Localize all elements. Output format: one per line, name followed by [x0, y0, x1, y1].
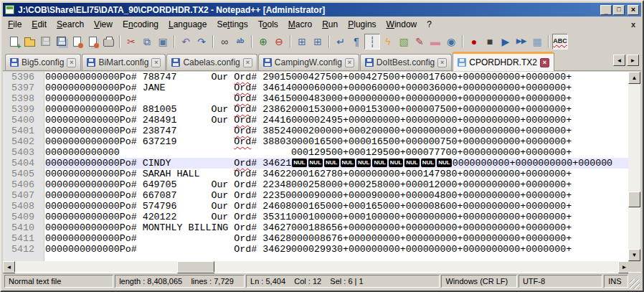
tab-campingwconfig[interactable]: CampingW.config× — [258, 54, 359, 70]
zoom-in-icon[interactable]: ⊕ — [255, 34, 271, 50]
monitoring-eye-glyph: ◉ — [447, 37, 455, 47]
close-file-icon[interactable] — [69, 34, 85, 50]
menu-item-tools[interactable]: Tools — [253, 18, 283, 31]
copy-icon[interactable]: ⧉ — [139, 34, 155, 50]
editor-line[interactable]: 0000000000000Po# Ord# 34628000008676+000… — [45, 233, 630, 244]
show-indent-guide-icon[interactable]: ┆ — [364, 34, 380, 50]
maximize-button[interactable]: □ — [613, 5, 625, 15]
tab-label: BiMart.config — [98, 57, 148, 67]
sync-vertical-scroll-glyph: ⊞ — [298, 37, 306, 47]
sync-vertical-scroll-icon[interactable]: ⊞ — [294, 34, 310, 50]
editor-line[interactable]: 0000000000000Po# 637219 Ord# 38803000016… — [45, 136, 630, 147]
function-list-icon[interactable]: ✎ — [412, 34, 427, 50]
tab-label: Big5.config — [22, 57, 64, 67]
print-icon[interactable] — [100, 34, 116, 50]
cut-icon[interactable]: ✂ — [123, 34, 139, 50]
undo-icon[interactable]: ↶ — [178, 34, 194, 50]
tab-doitbestconfig[interactable]: DoItBest.config× — [360, 54, 452, 70]
tab-close-icon[interactable]: × — [540, 58, 549, 67]
record-macro-icon[interactable]: ● — [466, 34, 482, 50]
editor-line[interactable]: 0000000000000Po# Ord# 34615000483000+000… — [45, 93, 630, 104]
run-macro-multiple-glyph: ▶▶ — [516, 38, 526, 44]
resize-grip-icon[interactable] — [630, 279, 640, 289]
open-file-icon[interactable] — [22, 34, 37, 50]
nul-character: NUL — [324, 159, 338, 167]
word-wrap-icon[interactable]: ↵ — [333, 34, 349, 50]
new-file-icon[interactable] — [6, 34, 22, 50]
menu-item-language[interactable]: Language — [164, 18, 212, 31]
redo-icon[interactable]: ↷ — [194, 34, 209, 50]
editor-line[interactable]: 0000000000000Po# 238747 Ord# 38524000200… — [45, 126, 630, 136]
menu-item-macro[interactable]: Macro — [283, 18, 317, 31]
minimize-button[interactable]: _ — [600, 5, 612, 15]
tab-cabelasconfig[interactable]: Cabelas.config× — [166, 54, 257, 70]
tab-close-icon[interactable]: × — [243, 58, 252, 67]
menu-item-view[interactable]: View — [89, 18, 118, 31]
menubar-close-icon[interactable]: x — [631, 20, 635, 29]
save-recorded-macro-glyph: ▦ — [532, 37, 541, 47]
editor-line[interactable]: 0000000000000Po# 649705 Our Ord# 2234800… — [45, 179, 630, 190]
editor-line[interactable]: 0000000000000 000129500+000129500+000077… — [45, 147, 630, 158]
document-map-icon[interactable]: ▧ — [396, 34, 412, 50]
monitoring-eye-icon[interactable]: ◉ — [443, 34, 459, 50]
user-defined-language-icon[interactable]: ϟ — [380, 34, 396, 50]
editor-line[interactable]: 0000000000000Po# 248491 Our Ord# 2441600… — [45, 115, 630, 126]
nul-character: NUL — [421, 159, 435, 167]
line-number: 5401 — [3, 126, 44, 136]
save-recorded-macro-icon[interactable]: ▦ — [529, 34, 545, 50]
replace-icon[interactable]: ab — [232, 34, 248, 50]
editor-line[interactable]: 0000000000000Po# Ord# 34629000029930+000… — [45, 244, 630, 255]
editor-line[interactable]: 0000000000000Po# SARAH HALL Ord# 3462200… — [45, 169, 630, 179]
run-macro-multiple-icon[interactable]: ▶▶ — [513, 34, 529, 50]
tab-close-icon[interactable]: × — [67, 58, 76, 67]
menu-item-file[interactable]: File — [3, 18, 27, 31]
spell-check-abc-icon[interactable]: ABC — [552, 34, 568, 50]
editor-line[interactable]: 0000000000000Po# CINDY Ord# 34621NULNULN… — [45, 158, 630, 169]
menu-item-window[interactable]: Window — [382, 18, 422, 31]
tab-big5config[interactable]: Big5.config× — [5, 54, 81, 70]
editor-line[interactable]: 0000000000000Po# 574796 Our Ord# 2460800… — [45, 201, 630, 212]
menu-item-encoding[interactable]: Encoding — [118, 18, 164, 31]
close-button[interactable]: × — [628, 5, 639, 15]
tab-close-icon[interactable]: × — [437, 58, 447, 67]
sync-horizontal-scroll-icon[interactable]: ⊞ — [310, 34, 326, 50]
tab-bimartconfig[interactable]: BiMart.config× — [82, 54, 166, 70]
menu-item-run[interactable]: Run — [317, 18, 343, 31]
find-icon[interactable]: ∞ — [217, 34, 232, 50]
menu-item-[interactable]: ? — [422, 18, 437, 31]
tab-cpordhdrtx2[interactable]: CPORDHDR.TX2× — [453, 52, 554, 71]
nul-character: NUL — [341, 159, 355, 167]
paste-icon[interactable]: ▣ — [155, 34, 171, 50]
menu-item-plugins[interactable]: Plugins — [343, 18, 381, 31]
tab-close-icon[interactable]: × — [345, 58, 354, 67]
folder-as-workspace-icon[interactable]: ▬ — [427, 34, 443, 50]
playback-macro-icon[interactable]: ▶ — [498, 34, 513, 50]
editor-line[interactable]: 0000000000000Po# 881005 Our Ord# 2386200… — [45, 104, 630, 115]
vertical-scroll-thumb[interactable] — [628, 192, 640, 207]
stop-recording-icon[interactable]: ■ — [482, 34, 498, 50]
misspelled-word: Ord — [234, 93, 251, 104]
tab-close-icon[interactable]: × — [151, 58, 161, 67]
save-file-icon[interactable] — [37, 34, 53, 50]
scroll-down-icon[interactable]: ▼ — [628, 249, 640, 261]
zoom-out-icon[interactable]: ⊖ — [271, 34, 287, 50]
editor-text[interactable]: 0000000000000Po# 788747 Our Ord# 2901500… — [45, 72, 630, 261]
tab-scroll-right-icon[interactable]: ► — [627, 55, 639, 66]
show-all-characters-icon[interactable]: ¶ — [349, 34, 364, 50]
tab-scroll-left-icon[interactable]: ◄ — [613, 55, 625, 66]
vertical-scrollbar[interactable]: ▲ ▼ — [628, 72, 640, 261]
editor-line[interactable]: 0000000000000Po# MONTHLY BILLING Ord# 34… — [45, 222, 630, 233]
save-all-icon[interactable] — [53, 34, 69, 50]
menu-item-settings[interactable]: Settings — [212, 18, 252, 31]
editor-line[interactable]: 0000000000000Po# 788747 Our Ord# 2901500… — [45, 72, 630, 83]
menu-item-edit[interactable]: Edit — [27, 18, 52, 31]
editor-line[interactable]: 0000000000000Po# 667087 Our Ord# 2235000… — [45, 190, 630, 201]
scroll-up-icon[interactable]: ▲ — [628, 72, 640, 84]
close-all-icon[interactable] — [85, 34, 100, 50]
editor-area[interactable]: 5396539753985399540054015402540354045405… — [3, 72, 630, 261]
status-cursor-position: Ln : 5,404 Col : 12 Sel : 6 | 1 — [246, 275, 440, 288]
menu-item-search[interactable]: Search — [52, 18, 89, 31]
editor-line[interactable]: 0000000000000Po# JANE Ord# 3461400006000… — [45, 83, 630, 93]
editor-line[interactable]: 0000000000000Po# 420122 Our Ord# 3531100… — [45, 212, 630, 222]
spell-check-abc-glyph: ABC — [553, 38, 567, 44]
